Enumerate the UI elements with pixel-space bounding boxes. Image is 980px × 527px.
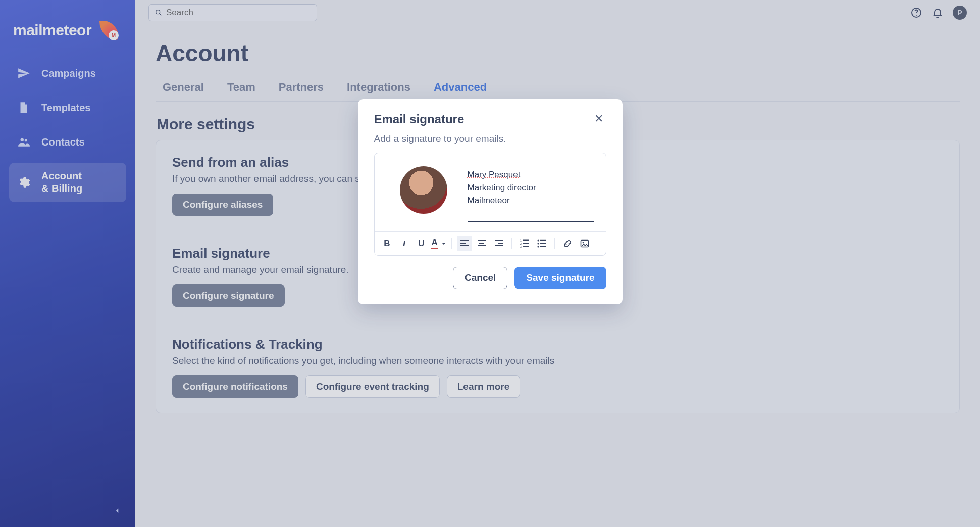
signature-text: Mary Pesquet Marketing director Mailmete… <box>468 166 594 222</box>
modal-actions: Cancel Save signature <box>374 267 606 289</box>
underline-icon: U <box>418 238 424 249</box>
align-left-button[interactable] <box>457 236 472 251</box>
svg-rect-20 <box>523 239 529 241</box>
svg-rect-18 <box>495 245 503 246</box>
svg-rect-13 <box>478 240 486 241</box>
svg-point-27 <box>537 243 539 244</box>
modal-subtitle: Add a signature to your emails. <box>374 133 606 145</box>
toolbar-separator <box>554 238 555 249</box>
svg-rect-16 <box>495 240 503 241</box>
image-icon <box>580 239 589 248</box>
signature-editor-body[interactable]: Mary Pesquet Marketing director Mailmete… <box>375 153 606 231</box>
signature-name: Mary Pesquet <box>468 168 594 181</box>
align-right-icon <box>494 239 503 248</box>
italic-button[interactable]: I <box>397 236 412 251</box>
text-color-icon: A <box>431 238 438 249</box>
bold-icon: B <box>384 238 390 249</box>
svg-rect-14 <box>479 243 484 244</box>
close-icon: ✕ <box>594 112 603 125</box>
email-signature-modal: Email signature ✕ Add a signature to you… <box>358 99 623 304</box>
toolbar-separator <box>451 238 452 249</box>
svg-rect-30 <box>540 246 546 247</box>
link-button[interactable] <box>560 236 575 251</box>
modal-title: Email signature <box>374 112 465 126</box>
svg-rect-11 <box>460 243 466 244</box>
signature-editor: Mary Pesquet Marketing director Mailmete… <box>374 153 606 256</box>
cancel-button[interactable]: Cancel <box>453 267 507 289</box>
image-button[interactable] <box>577 236 592 251</box>
editor-toolbar: B I U A 123 <box>375 231 606 255</box>
svg-rect-10 <box>460 240 469 241</box>
save-signature-button[interactable]: Save signature <box>514 267 606 289</box>
bullet-list-icon <box>537 239 546 248</box>
svg-text:3: 3 <box>520 245 522 248</box>
text-color-button[interactable]: A <box>431 236 446 251</box>
modal-close-button[interactable]: ✕ <box>591 112 606 125</box>
bold-button[interactable]: B <box>380 236 395 251</box>
align-right-button[interactable] <box>491 236 506 251</box>
bullet-list-button[interactable] <box>534 236 549 251</box>
signature-company: Mailmeteor <box>468 194 594 207</box>
ordered-list-button[interactable]: 123 <box>517 236 532 251</box>
underline-button[interactable]: U <box>414 236 429 251</box>
svg-rect-15 <box>478 245 486 246</box>
svg-rect-12 <box>460 245 469 246</box>
modal-overlay[interactable]: Email signature ✕ Add a signature to you… <box>0 0 980 527</box>
svg-rect-22 <box>523 243 529 244</box>
toolbar-separator <box>511 238 512 249</box>
signature-avatar <box>400 166 447 214</box>
italic-icon: I <box>402 238 406 249</box>
svg-rect-28 <box>540 243 546 244</box>
signature-divider <box>468 221 594 222</box>
svg-rect-26 <box>540 239 546 241</box>
svg-point-29 <box>537 246 539 247</box>
align-left-icon <box>460 239 469 248</box>
align-center-button[interactable] <box>474 236 489 251</box>
link-icon <box>563 239 572 248</box>
svg-rect-17 <box>498 243 503 244</box>
signature-role: Marketing director <box>468 181 594 195</box>
ordered-list-icon: 123 <box>520 239 529 248</box>
align-center-icon <box>477 239 486 248</box>
svg-rect-24 <box>523 246 529 247</box>
chevron-down-icon <box>441 239 446 248</box>
svg-point-25 <box>537 239 539 241</box>
svg-point-32 <box>582 242 584 243</box>
